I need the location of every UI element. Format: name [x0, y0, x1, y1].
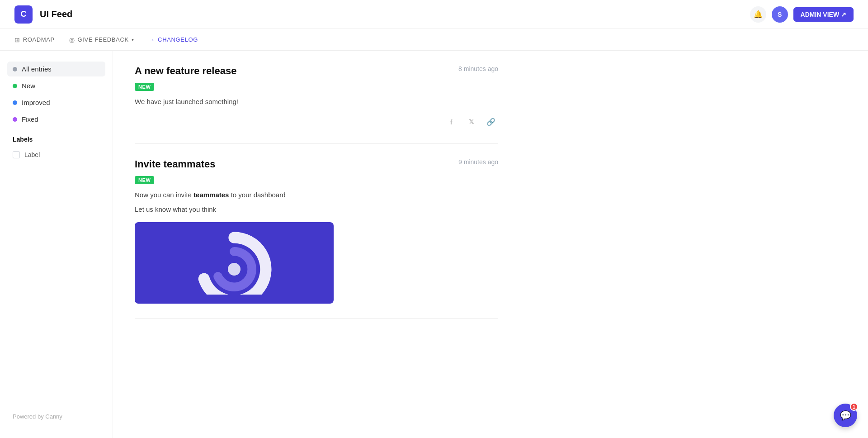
chat-bubble[interactable]: 💬 1 [834, 404, 857, 427]
chevron-down-icon: ▾ [132, 37, 134, 42]
nav-item-give-feedback[interactable]: ◎ GIVE FEEDBACK ▾ [69, 36, 134, 43]
post-2-badge: NEW [135, 176, 154, 184]
post-2-time: 9 minutes ago [458, 158, 498, 166]
sidebar-item-improved[interactable]: Improved [7, 95, 105, 110]
post-2-title: Invite teammates [135, 158, 216, 170]
dot-fixed [13, 117, 17, 122]
feed: A new feature release 8 minutes ago NEW … [113, 51, 520, 438]
copy-link-button[interactable]: 🔗 [484, 114, 498, 129]
twitter-share-button[interactable]: 𝕏 [464, 114, 478, 129]
label-filter-row[interactable]: Label [7, 148, 105, 161]
logo-icon: C [14, 5, 33, 24]
post-1-time: 8 minutes ago [458, 65, 498, 72]
label-filter-text: Label [24, 151, 40, 158]
post-2-image-inner [135, 222, 334, 304]
chat-icon: 💬 [840, 410, 851, 421]
dot-new [13, 84, 17, 88]
post-1-actions: f 𝕏 🔗 [135, 114, 498, 129]
powered-by: Powered by Canny [7, 406, 105, 427]
nav-item-roadmap[interactable]: ⊞ ROADMAP [14, 36, 55, 43]
facebook-share-button[interactable]: f [444, 114, 458, 129]
header-right: 🔔 S ADMIN VIEW ↗ [750, 6, 854, 23]
admin-view-button[interactable]: ADMIN VIEW ↗ [793, 7, 854, 22]
nav-item-changelog[interactable]: → CHANGELOG [148, 36, 198, 43]
sidebar-item-new[interactable]: New [7, 78, 105, 93]
post-2-body: Now you can invite teammates to your das… [135, 190, 498, 200]
chat-badge: 1 [850, 403, 858, 411]
twitter-icon: 𝕏 [469, 118, 474, 125]
feedback-icon: ◎ [69, 36, 75, 43]
sidebar: All entries New Improved Fixed Labels La… [0, 51, 113, 438]
post-1-header: A new feature release 8 minutes ago [135, 65, 498, 77]
canny-logo-svg [193, 231, 275, 295]
header-left: C UI Feed [14, 5, 72, 24]
notifications-button[interactable]: 🔔 [750, 6, 766, 23]
nav: ⊞ ROADMAP ◎ GIVE FEEDBACK ▾ → CHANGELOG [0, 29, 868, 51]
header: C UI Feed 🔔 S ADMIN VIEW ↗ [0, 0, 868, 29]
post-2-body-line2: Let us know what you think [135, 204, 498, 215]
roadmap-icon: ⊞ [14, 36, 20, 43]
post-2-image [135, 222, 334, 304]
post-2-header: Invite teammates 9 minutes ago [135, 158, 498, 170]
post-1-body: We have just launched something! [135, 96, 498, 107]
sidebar-item-fixed[interactable]: Fixed [7, 112, 105, 127]
labels-section-header: Labels [7, 129, 105, 147]
dot-all-entries [13, 67, 17, 71]
app-title: UI Feed [40, 9, 72, 19]
changelog-icon: → [148, 36, 155, 43]
facebook-icon: f [450, 118, 453, 126]
link-icon: 🔗 [486, 118, 495, 126]
sidebar-item-all-entries[interactable]: All entries [7, 62, 105, 76]
post-1-badge: NEW [135, 83, 154, 91]
dot-improved [13, 100, 17, 105]
user-avatar-button[interactable]: S [772, 6, 788, 23]
svg-point-0 [228, 263, 241, 276]
post-1: A new feature release 8 minutes ago NEW … [135, 51, 498, 144]
main-layout: All entries New Improved Fixed Labels La… [0, 51, 868, 438]
post-2: Invite teammates 9 minutes ago NEW Now y… [135, 144, 498, 319]
bell-icon: 🔔 [754, 10, 763, 19]
post-1-title: A new feature release [135, 65, 236, 77]
label-checkbox[interactable] [13, 151, 20, 158]
